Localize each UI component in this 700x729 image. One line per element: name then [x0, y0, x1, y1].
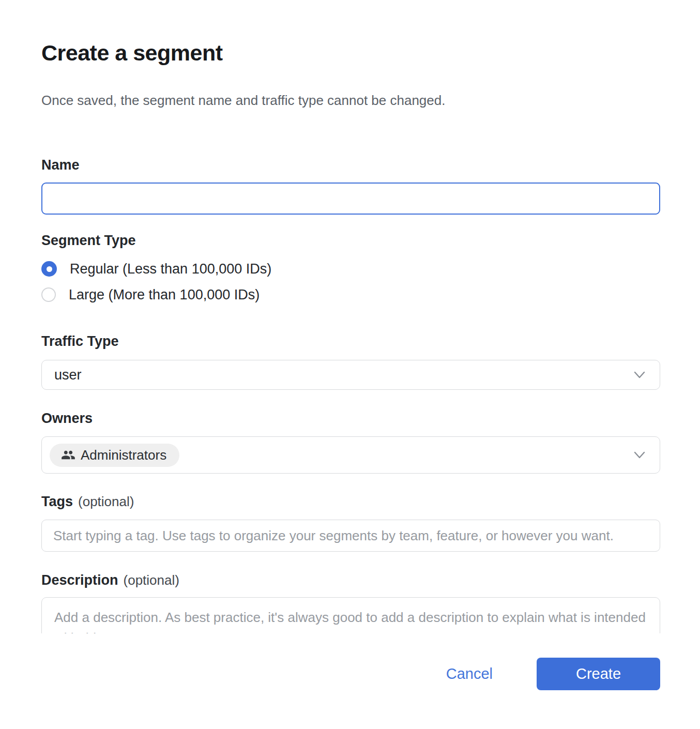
- people-icon: [61, 448, 75, 462]
- owners-label: Owners: [41, 411, 660, 427]
- traffic-type-label: Traffic Type: [41, 333, 660, 350]
- radio-option-regular[interactable]: Regular (Less than 100,000 IDs): [41, 260, 660, 278]
- description-optional-label: (optional): [124, 572, 179, 588]
- radio-option-label: Large (More than 100,000 IDs): [69, 287, 260, 303]
- radio-option-label: Regular (Less than 100,000 IDs): [70, 261, 271, 277]
- owners-select[interactable]: Administrators: [41, 436, 660, 474]
- name-label: Name: [41, 157, 660, 173]
- traffic-type-group: Traffic Type user: [41, 333, 660, 390]
- tags-input[interactable]: [41, 520, 660, 552]
- tags-label-text: Tags: [41, 494, 73, 509]
- segment-type-group: Segment Type Regular (Less than 100,000 …: [41, 233, 660, 303]
- traffic-type-selected-value: user: [54, 367, 82, 383]
- description-group: Description(optional): [41, 572, 660, 633]
- tags-label: Tags(optional): [41, 494, 660, 510]
- radio-button-icon[interactable]: [41, 287, 56, 302]
- traffic-type-select[interactable]: user: [41, 360, 660, 390]
- radio-button-icon[interactable]: [41, 261, 57, 277]
- name-input[interactable]: [41, 183, 660, 215]
- name-field-group: Name: [41, 157, 660, 215]
- description-label-text: Description: [41, 572, 118, 588]
- dialog-footer: Cancel Create: [0, 658, 700, 690]
- cancel-button[interactable]: Cancel: [446, 665, 493, 682]
- chevron-down-icon: [632, 447, 647, 463]
- description-textarea-clip: [41, 597, 660, 633]
- segment-type-label: Segment Type: [41, 233, 660, 249]
- create-button[interactable]: Create: [537, 658, 660, 690]
- description-textarea[interactable]: [41, 597, 660, 633]
- page-subtitle: Once saved, the segment name and traffic…: [41, 93, 660, 109]
- create-segment-dialog: Create a segment Once saved, the segment…: [0, 0, 700, 633]
- page-title: Create a segment: [41, 40, 660, 66]
- description-label: Description(optional): [41, 572, 660, 588]
- tags-group: Tags(optional): [41, 494, 660, 552]
- radio-option-large[interactable]: Large (More than 100,000 IDs): [41, 286, 660, 303]
- owner-chip-label: Administrators: [81, 447, 166, 463]
- chevron-down-icon: [632, 367, 647, 383]
- owner-chip-administrators[interactable]: Administrators: [50, 444, 179, 467]
- tags-optional-label: (optional): [78, 494, 134, 509]
- owners-group: Owners Administrators: [41, 411, 660, 474]
